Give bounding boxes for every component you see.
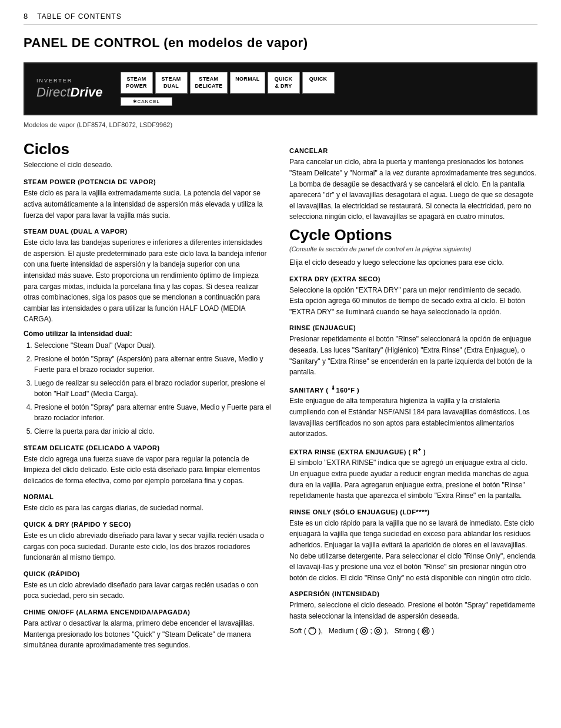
strong-icon: ( ) (418, 627, 435, 635)
step-3: Luego de realizar su selección para el b… (34, 378, 272, 400)
rinse-only-desc: Este es un ciclo rápido para la vajilla … (289, 518, 537, 584)
medium-icon: ( ; ), (356, 627, 389, 635)
page-header: 8 TABLE OF CONTENTS (24, 12, 537, 25)
steam-dual-heading: STEAM DUAL (DUAL A VAPOR) (24, 228, 272, 235)
page-header-title: TABLE OF CONTENTS (37, 12, 121, 21)
step-2: Presione el botón "Spray" (Aspersión) pa… (34, 354, 272, 375)
quick-dry-desc: Este es un cliclo abreviado diseñado par… (24, 530, 272, 563)
step-4: Presione el botón "Spray" para alternar … (34, 402, 272, 424)
aspersion-heading: ASPERSIÓN (INTENSIDAD) (289, 590, 537, 597)
normal-heading: NORMAL (24, 493, 272, 500)
steam-dual-button[interactable]: STEAMDUAL (155, 72, 188, 94)
steam-delicate-desc: Este ciclo agrega una fuerza suave de va… (24, 454, 272, 487)
steam-delicate-heading: STEAM DELICATE (DELICADO A VAPOR) (24, 444, 272, 451)
ciclos-title: Ciclos (24, 140, 272, 158)
steam-dual-desc: Este ciclo lava las bandejas superiores … (24, 237, 272, 325)
quick-dry-heading: QUICK & DRY (RÁPIDO Y SECO) (24, 521, 272, 528)
quick-desc: Este es un ciclo abreviado diseñado para… (24, 580, 272, 601)
rinse-only-heading: RINSE ONLY (SÓLO ENJUAGUE) (LDF****) (289, 508, 537, 516)
extra-rinse-heading: EXTRA RINSE (EXTRA ENJUAGUE) ( R+ ) (289, 447, 537, 456)
spray-icons: Soft ( ), Medium ( ; ), (289, 626, 537, 637)
control-panel-diagram: INVERTER DirectDrive STEAMPOWER STEAMDUA… (24, 62, 537, 115)
sanitary-heading: SANITARY ( 🌡160°F ) (289, 385, 537, 394)
rinse-heading: RINSE (ENJUAGUE) (289, 324, 537, 331)
main-content: Ciclos Seleccione el ciclo deseado. STEA… (24, 140, 537, 654)
normal-button[interactable]: NORMAL (230, 72, 265, 94)
rinse-desc: Presionar repetidamente el botón "Rinse"… (289, 334, 537, 377)
steam-dual-subheading: Cómo utilizar la intensidad dual: (24, 330, 272, 338)
soft-icon: ( ), (304, 627, 323, 635)
steam-power-button[interactable]: STEAMPOWER (121, 72, 153, 94)
inverter-text: INVERTER (36, 78, 103, 84)
svg-point-7 (425, 630, 426, 632)
steam-power-heading: STEAM POWER (POTENCIA DE VAPOR) (24, 178, 272, 185)
left-column: Ciclos Seleccione el ciclo deseado. STEA… (24, 140, 272, 654)
models-note: Modelos de vapor (LDF8574, LDF8072, LSDF… (24, 121, 537, 128)
normal-desc: Este ciclo es para las cargas diarias, d… (24, 503, 272, 514)
quick-button[interactable]: QUICK (302, 72, 335, 94)
brand-logo: INVERTER DirectDrive (36, 78, 103, 100)
svg-point-1 (360, 627, 368, 634)
section-title: PANEL DE CONTROL (en modelos de vapor) (24, 35, 537, 51)
chime-desc: Para activar o desactivar la alarma, pri… (24, 618, 272, 651)
steam-dual-steps: Seleccione "Steam Dual" (Vapor Dual). Pr… (34, 340, 272, 437)
cycle-options-title: Cycle Options (289, 226, 537, 244)
quick-heading: QUICK (RÁPIDO) (24, 570, 272, 577)
step-5: Cierre la puerta para dar inicio al cicl… (34, 426, 272, 437)
cancelar-heading: CANCELAR (289, 147, 537, 154)
medium-label: Medium (329, 627, 354, 635)
sanitary-desc: Este enjuague de alta temperatura higien… (289, 395, 537, 439)
cycle-options-intro: Elija el ciclo deseado y luego seleccion… (289, 257, 537, 268)
aspersion-desc: Primero, seleccione el ciclo deseado. Pr… (289, 600, 537, 621)
step-1: Seleccione "Steam Dual" (Vapor Dual). (34, 340, 272, 351)
chime-heading: CHIME ON/OFF (ALARMA ENCENDIDA/APAGADA) (24, 609, 272, 616)
right-column: CANCELAR Para cancelar un ciclo, abra la… (289, 140, 537, 654)
svg-point-3 (375, 627, 382, 634)
extra-dry-desc: Seleccione la opción "EXTRA DRY" para un… (289, 285, 537, 318)
ciclos-subtitle: Seleccione el ciclo deseado. (24, 161, 272, 169)
extra-dry-heading: EXTRA DRY (EXTRA SECO) (289, 275, 537, 282)
cancel-label: ✱CANCEL (121, 97, 172, 106)
cancel-bar: ✱CANCEL (121, 97, 172, 106)
steam-delicate-button[interactable]: STEAMDELICATE (190, 72, 228, 94)
svg-point-4 (377, 630, 380, 633)
cycle-options-note: (Consulte la sección de panel de control… (289, 245, 537, 252)
direct-drive-logo: DirectDrive (36, 85, 103, 100)
top-buttons: STEAMPOWER STEAMDUAL STEAMDELICATE NORMA… (121, 72, 335, 94)
extra-rinse-desc: El símbolo "EXTRA RINSE" indica que se a… (289, 457, 537, 501)
cancelar-desc: Para cancelar un ciclo, abra la puerta y… (289, 157, 537, 222)
quick-dry-button[interactable]: QUICK& DRY (268, 72, 300, 94)
soft-label: Soft (289, 627, 302, 635)
svg-point-2 (363, 630, 366, 633)
strong-label: Strong (395, 627, 415, 635)
buttons-container: STEAMPOWER STEAMDUAL STEAMDELICATE NORMA… (121, 72, 335, 106)
steam-power-desc: Este ciclo es para la vajilla extremadam… (24, 188, 272, 221)
page-number: 8 (24, 12, 28, 21)
